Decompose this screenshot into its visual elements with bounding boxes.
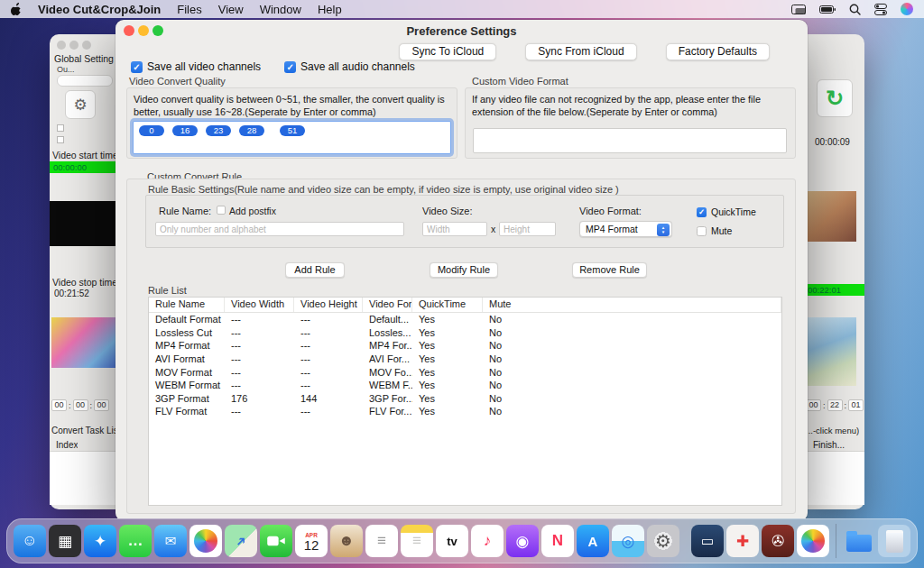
control-center-icon[interactable] <box>874 4 887 15</box>
table-row[interactable]: MP4 Format --- --- MP4 For... Yes No <box>149 339 781 353</box>
col-rule-name[interactable]: Rule Name <box>149 298 225 312</box>
dock-icon-notes[interactable]: ≡ <box>401 525 433 557</box>
inactive-close-button[interactable] <box>57 41 66 50</box>
output-dropdown[interactable] <box>57 75 113 87</box>
quality-tag[interactable]: 16 <box>172 125 198 136</box>
cell-video-width: --- <box>225 367 294 378</box>
checkbox-checked-icon: ✓ <box>284 61 296 73</box>
settings-button[interactable]: ⚙ <box>65 90 96 119</box>
table-row[interactable]: 3GP Format 176 144 3GP For... Yes No <box>149 392 781 406</box>
dock-icon-photos[interactable] <box>189 525 222 557</box>
sync-from-icloud-button[interactable]: Sync From iCloud <box>525 43 636 60</box>
quality-tag[interactable]: 23 <box>206 125 231 136</box>
table-row[interactable]: FLV Format --- --- FLV For... Yes No <box>149 405 781 418</box>
swap-times-button[interactable]: ↻ <box>817 79 853 117</box>
dock-icon-messages[interactable]: … <box>119 525 152 557</box>
task-list-right[interactable] <box>804 451 864 505</box>
menu-view[interactable]: View <box>218 3 244 16</box>
quicktime-checkbox[interactable]: ✓ QuickTime <box>697 206 756 217</box>
width-input[interactable] <box>422 222 487 236</box>
dock-icon-calendar[interactable]: APR 12 <box>295 525 328 557</box>
remove-rule-button[interactable]: Remove Rule <box>572 262 647 278</box>
dock-icon-video-cutcropjoin[interactable]: ✇ <box>762 525 794 557</box>
sync-to-icloud-button[interactable]: Sync To iCloud <box>399 43 496 60</box>
siri-icon[interactable] <box>901 3 913 15</box>
dock-icon-finder[interactable]: ☺ <box>14 525 46 557</box>
seconds-field[interactable]: 01 <box>848 399 864 411</box>
dialog-titlebar[interactable]: Preference Settings <box>116 20 808 41</box>
stop-time-spinners[interactable]: 00:22:01 <box>806 399 864 411</box>
height-input[interactable] <box>499 222 556 236</box>
modify-rule-button[interactable]: Modify Rule <box>430 262 498 278</box>
factory-defaults-button[interactable]: Factory Defaults <box>666 43 770 60</box>
quality-tag[interactable]: 28 <box>239 125 264 136</box>
seconds-field[interactable]: 00 <box>94 399 109 411</box>
dock-icon-maps[interactable]: ➔ <box>225 525 257 557</box>
dock-icon-music[interactable]: ♪ <box>471 525 504 557</box>
refresh-icon: ↻ <box>826 86 844 111</box>
dock-icon-system-preferences[interactable]: ⚙ <box>647 525 679 557</box>
option-checkbox-2[interactable] <box>57 136 64 143</box>
minutes-field[interactable]: 22 <box>827 399 843 411</box>
add-postfix-checkbox[interactable] <box>217 206 226 215</box>
dock-icon-news[interactable]: N <box>541 525 574 557</box>
cell-quicktime: Yes <box>412 393 483 404</box>
close-button[interactable] <box>124 25 134 36</box>
dock-icon-safari[interactable]: ✦ <box>84 525 116 557</box>
dock-icon-downloads-folder[interactable] <box>843 525 875 557</box>
minimize-button[interactable] <box>138 25 149 36</box>
table-row[interactable]: Lossless Cut --- --- Lossles... Yes No <box>149 326 781 340</box>
table-row[interactable]: AVI Format --- --- AVI For... Yes No <box>149 353 781 366</box>
zoom-button[interactable] <box>152 25 163 36</box>
search-icon[interactable] <box>849 4 861 15</box>
mute-checkbox[interactable]: Mute <box>697 225 732 236</box>
dock-icon-display-app[interactable]: ▭ <box>691 525 724 557</box>
menu-help[interactable]: Help <box>318 3 342 16</box>
option-checkbox-1[interactable] <box>57 124 64 132</box>
col-video-height[interactable]: Video Height <box>294 298 363 312</box>
dock-icon-trash[interactable] <box>878 525 910 557</box>
apple-menu-icon[interactable] <box>11 3 22 15</box>
menu-window[interactable]: Window <box>260 3 301 16</box>
col-video-width[interactable]: Video Width <box>225 298 294 312</box>
dock-icon-launchpad[interactable]: ▦ <box>49 525 81 557</box>
rule-name-input[interactable] <box>155 222 404 236</box>
start-time-spinners[interactable]: 00:00:00 <box>51 399 109 411</box>
dock-icon-findmy[interactable]: ◎ <box>612 525 644 557</box>
active-app-name[interactable]: Video Cut&Crop&Join <box>38 3 161 16</box>
col-mute[interactable]: Mute <box>483 298 781 312</box>
add-rule-button[interactable]: Add Rule <box>285 262 345 278</box>
dock-icon-mail[interactable]: ✉ <box>154 525 187 557</box>
table-row[interactable]: MOV Format --- --- MOV Fo... Yes No <box>149 365 781 379</box>
hours-field[interactable]: 00 <box>51 399 67 411</box>
inactive-zoom-button[interactable] <box>82 41 91 50</box>
screen-mirroring-icon[interactable] <box>791 5 806 14</box>
hours-field[interactable]: 00 <box>806 399 821 411</box>
table-row[interactable]: Default Format --- --- Default... Yes No <box>149 313 781 326</box>
dock-icon-podcasts[interactable]: ◉ <box>506 525 539 557</box>
dock-icon-reminders[interactable]: ≡ <box>365 525 398 557</box>
save-audio-channels-checkbox[interactable]: ✓ Save all audio channels <box>284 60 415 73</box>
col-video-format[interactable]: Video For... <box>363 298 412 312</box>
quality-tag[interactable]: 51 <box>280 125 305 136</box>
dock-icon-red-utility[interactable]: ✚ <box>726 525 759 557</box>
dock-icon-facetime[interactable] <box>260 525 292 557</box>
table-row[interactable]: WEBM Format --- --- WEBM F... Yes No <box>149 379 781 392</box>
cell-video-format: 3GP For... <box>363 393 412 404</box>
quality-tag[interactable]: 0 <box>139 125 164 136</box>
dock-icon-appstore[interactable]: A <box>577 525 609 557</box>
reminders-list-icon: ≡ <box>377 532 386 550</box>
dock-icon-color-app[interactable] <box>797 525 829 557</box>
task-list[interactable] <box>50 451 118 505</box>
video-format-popup[interactable]: MP4 Format ▲ ▼ <box>579 221 672 237</box>
dock-icon-contacts[interactable]: ☻ <box>330 525 363 557</box>
col-quicktime[interactable]: QuickTime <box>412 298 483 312</box>
inactive-minimize-button[interactable] <box>69 41 79 50</box>
minutes-field[interactable]: 00 <box>73 399 88 411</box>
cell-video-height: 144 <box>294 393 363 404</box>
menu-files[interactable]: Files <box>177 3 201 16</box>
dock-icon-appletv[interactable]: tv <box>436 525 468 557</box>
quality-tags-field[interactable]: 0 16 23 28 51 <box>133 121 451 154</box>
save-video-channels-checkbox[interactable]: ✓ Save all video channels <box>131 60 261 73</box>
custom-format-input[interactable] <box>473 128 787 153</box>
